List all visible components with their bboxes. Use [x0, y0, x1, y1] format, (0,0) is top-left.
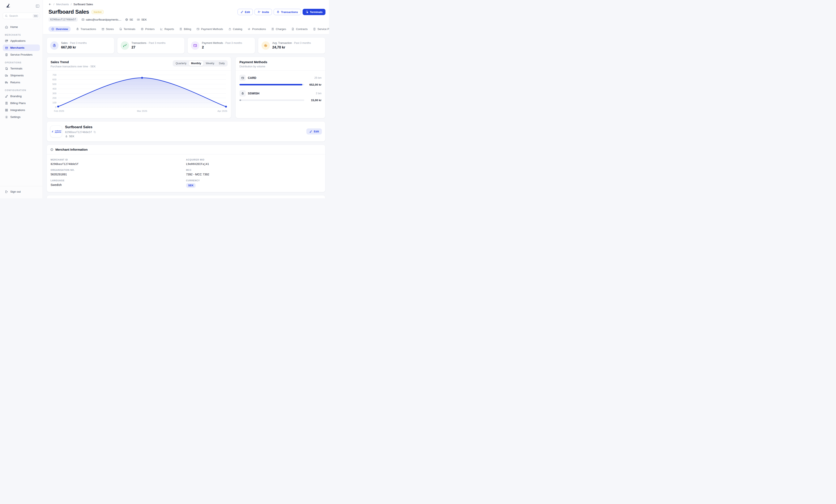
merchant-logo: surfboardpayments [50, 125, 62, 137]
svg-text:700: 700 [53, 74, 56, 76]
sidebar-item-shipments[interactable]: Shipments [3, 72, 40, 79]
home-icon [5, 25, 8, 29]
trend-chart-icon [121, 41, 129, 50]
sidebar-item-label: Terminals [10, 67, 22, 70]
payment-methods-title: Payment Methods [240, 60, 322, 64]
range-monthly[interactable]: Monthly [189, 61, 204, 66]
printer-icon [140, 27, 144, 31]
sales-trend-card: Sales Trend Purchase transactions over t… [46, 57, 231, 118]
gear-icon [5, 115, 8, 119]
stat-card-avg-transaction: Avg. Transaction · Past 3 months 24,70 k… [258, 37, 326, 54]
tab-service-providers[interactable]: Service Providers [313, 27, 329, 31]
svg-text:500: 500 [53, 83, 56, 85]
sidebar-item-terminals[interactable]: Terminals [3, 65, 40, 72]
tab-transactions[interactable]: Transactions [76, 27, 96, 31]
shopping-bag-icon [228, 27, 231, 31]
copy-icon[interactable] [93, 131, 96, 133]
sign-out-button[interactable]: Sign out [3, 189, 40, 195]
receipt-dollar-icon [179, 27, 182, 31]
tab-charges[interactable]: Charges [271, 27, 286, 31]
svg-text:Mar 2026: Mar 2026 [137, 110, 147, 112]
search-shortcut: ⌘K [33, 14, 39, 18]
edit-button[interactable]: Edit [238, 9, 253, 15]
transactions-button[interactable]: Transactions [273, 9, 301, 15]
math-operations-icon [262, 41, 270, 50]
terminal-lock-icon [5, 67, 8, 70]
range-weekly[interactable]: Weekly [203, 61, 216, 66]
credit-card-icon [191, 41, 200, 50]
info-icon [51, 27, 54, 31]
merchant-summary-card: surfboardpayments Surfboard Sales 8296ba… [46, 121, 325, 142]
tab-catalog[interactable]: Catalog [228, 27, 242, 31]
sidebar-item-label: Applications [10, 39, 25, 42]
sidebar-item-billing-plans[interactable]: Billing Plans [3, 100, 40, 106]
money-bag-icon [65, 135, 68, 138]
tab-overview[interactable]: Overview [49, 26, 71, 32]
edit-merchant-button[interactable]: Edit [306, 129, 322, 135]
tab-billing[interactable]: Billing [179, 27, 191, 31]
tab-bar: Overview Transactions Stores Terminals P… [49, 25, 325, 34]
tab-stores[interactable]: Stores [101, 27, 114, 31]
back-arrow-icon[interactable] [49, 3, 52, 6]
search-input[interactable] [9, 14, 31, 17]
svg-text:600: 600 [53, 78, 56, 81]
sidebar-item-label: Merchants [10, 46, 24, 49]
sidebar-header [0, 0, 43, 11]
tab-printers[interactable]: Printers [140, 27, 155, 31]
credit-card-icon [240, 75, 246, 81]
sidebar-item-service-providers[interactable]: Service Providers [3, 52, 40, 58]
tab-payment-methods[interactable]: Payment Methods [196, 27, 223, 31]
svg-text:300: 300 [53, 92, 56, 95]
sidebar-item-label: Home [10, 25, 18, 28]
breadcrumb-current: Surfboard Sales [73, 3, 93, 6]
stat-value: 667,00 kr [61, 45, 87, 50]
building-icon [313, 27, 316, 31]
range-quarterly[interactable]: Quarterly [173, 61, 189, 66]
merchant-name: Surfboard Sales [65, 125, 96, 129]
sidebar-item-integrations[interactable]: Integrations [3, 107, 40, 113]
sidebar-item-merchants[interactable]: Merchants [3, 44, 40, 51]
search-icon [5, 15, 8, 17]
payment-methods-card: Payment Methods Distribution by volume C… [235, 57, 325, 118]
sidebar-item-home[interactable]: Home [3, 24, 40, 30]
payment-method-row-sswish: SSWISH 2 txn 15,00 kr [240, 90, 322, 102]
truck-return-icon [5, 81, 8, 84]
breadcrumb-separator: / [71, 3, 72, 6]
terminal-lock-icon [305, 11, 308, 14]
sidebar-collapse-icon[interactable] [36, 4, 40, 8]
sidebar-item-label: Returns [10, 81, 20, 84]
sidebar-item-settings[interactable]: Settings [3, 114, 40, 120]
sidebar-footer: Sign out [0, 186, 43, 198]
svg-text:0: 0 [55, 106, 56, 109]
stat-value: 24,70 kr [272, 45, 311, 50]
merchant-id-chip: 8296basf12748de5f [49, 17, 78, 22]
banknote-icon [137, 18, 140, 21]
stat-cards: Sales · Past 3 months 667,00 kr Transact… [46, 37, 325, 54]
invite-button[interactable]: Invite [254, 9, 272, 15]
tab-terminals[interactable]: Terminals [119, 27, 135, 31]
sidebar-nav: Home MERCHANTS Applications Merchants Se… [0, 22, 43, 186]
sidebar-item-label: Settings [10, 115, 21, 119]
sidebar-item-branding[interactable]: Branding [3, 93, 40, 99]
search-box[interactable]: ⌘K [3, 13, 40, 19]
grid-blocks-icon [5, 109, 8, 112]
pen-icon [5, 95, 8, 98]
stat-value: 2 [202, 45, 242, 50]
breadcrumb-separator: / [54, 3, 54, 6]
sidebar: ⌘K Home MERCHANTS Applications Merchants… [0, 0, 43, 198]
tab-promotions[interactable]: Promotions [248, 27, 266, 31]
storefront-icon [5, 46, 8, 50]
merchant-email: sales@surfboardpayments.... [81, 18, 121, 21]
user-plus-icon [258, 11, 261, 14]
sidebar-item-label: Shipments [10, 74, 24, 77]
svg-text:400: 400 [53, 88, 56, 90]
tab-reports[interactable]: Reports [160, 27, 174, 31]
building-icon [5, 53, 8, 56]
range-daily[interactable]: Daily [216, 61, 227, 66]
sidebar-item-returns[interactable]: Returns [3, 79, 40, 85]
tab-contracts[interactable]: Contracts [291, 27, 308, 31]
money-bag-icon [76, 27, 79, 31]
sidebar-item-applications[interactable]: Applications [3, 38, 40, 44]
terminals-button[interactable]: Terminals [303, 9, 325, 15]
breadcrumb-parent[interactable]: Merchants [56, 3, 69, 6]
